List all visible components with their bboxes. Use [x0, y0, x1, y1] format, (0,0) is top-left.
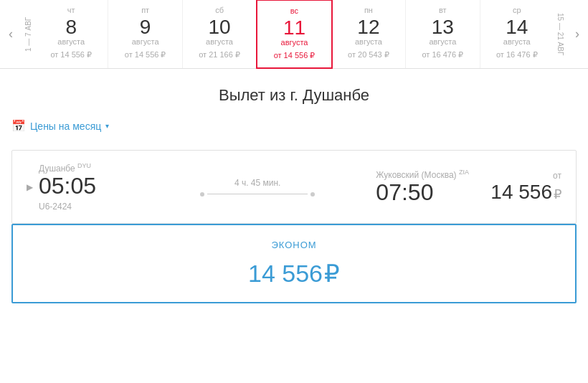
- ticket-price-value: 14 556: [248, 260, 323, 288]
- day-price-4: от 20 543 ₽: [348, 50, 389, 60]
- day-month-2: августа: [206, 37, 233, 46]
- prev-week-button[interactable]: ‹: [0, 0, 22, 68]
- price-month-button[interactable]: 📅 Цены на месяц ▾: [11, 116, 109, 136]
- day-month-0: августа: [57, 37, 85, 46]
- dropdown-icon: ▾: [105, 122, 109, 130]
- day-num-6: 14: [506, 17, 528, 37]
- day-cell-2[interactable]: сб 10 августа от 21 166 ₽: [183, 0, 257, 68]
- flight-price: от 14 556 ₽: [490, 171, 561, 204]
- depart-code: DYU: [77, 162, 91, 169]
- day-cell-5[interactable]: вт 13 августа от 16 476 ₽: [406, 0, 480, 68]
- duration-dot-left: [200, 192, 204, 197]
- price-from-label: от: [553, 171, 561, 181]
- day-month-4: августа: [355, 37, 382, 46]
- main-content: Вылет из г. Душанбе 📅 Цены на месяц ▾ ▶ …: [0, 69, 588, 303]
- flight-direction-icon: ▶: [27, 182, 33, 192]
- day-dow-1: пт: [141, 6, 149, 14]
- days-container: чт 8 августа от 14 556 ₽ пт 9 августа от…: [34, 0, 554, 68]
- day-num-3: 11: [283, 18, 305, 38]
- day-dow-0: чт: [67, 6, 75, 14]
- day-price-5: от 16 476 ₽: [422, 50, 463, 60]
- day-num-0: 8: [65, 17, 77, 37]
- day-month-3: августа: [281, 38, 308, 47]
- day-month-1: августа: [132, 37, 159, 46]
- duration-line-bar: [207, 194, 308, 194]
- ticket-currency: ₽: [324, 259, 340, 288]
- day-price-6: от 16 476 ₽: [496, 50, 538, 60]
- day-num-2: 10: [208, 17, 230, 37]
- price-month-label: Цены на месяц: [30, 120, 101, 132]
- flight-depart: Душанбе DYU 05:05 U6-2424: [39, 162, 139, 212]
- page-title: Вылет из г. Душанбе: [11, 86, 577, 105]
- flight-duration: 4 ч. 45 мин.: [139, 178, 376, 197]
- arrive-code: ZIA: [459, 169, 469, 176]
- day-price-1: от 14 556 ₽: [125, 50, 166, 60]
- duration-line: [200, 192, 315, 197]
- day-dow-6: ср: [513, 6, 521, 14]
- day-dow-2: сб: [215, 6, 224, 14]
- day-price-2: от 21 166 ₽: [199, 50, 240, 60]
- day-cell-6[interactable]: ср 14 августа от 16 476 ₽: [480, 0, 554, 68]
- day-cell-3[interactable]: вс 11 августа от 14 556 ₽: [256, 0, 332, 69]
- arrive-time: 07:50: [376, 180, 490, 205]
- day-month-5: августа: [429, 37, 456, 46]
- day-num-4: 12: [357, 17, 379, 37]
- flight-currency: ₽: [554, 186, 561, 202]
- day-cell-0[interactable]: чт 8 августа от 14 556 ₽: [34, 0, 108, 68]
- flight-row: ▶ Душанбе DYU 05:05 U6-2424 4 ч. 45 мин.: [27, 162, 561, 212]
- day-price-0: от 14 556 ₽: [50, 50, 92, 60]
- next-week-button[interactable]: ›: [566, 0, 588, 68]
- day-num-1: 9: [140, 17, 151, 37]
- day-num-5: 13: [432, 17, 454, 37]
- calendar-icon: 📅: [11, 119, 26, 133]
- calendar-strip: ‹ 1 — 7 АВГ чт 8 августа от 14 556 ₽ пт …: [0, 0, 588, 69]
- day-dow-3: вс: [290, 6, 298, 15]
- flight-number: U6-2424: [39, 202, 139, 212]
- day-month-6: августа: [503, 37, 531, 46]
- flight-arrive: Жуковский (Москва) ZIA 07:50: [376, 169, 490, 205]
- depart-city-label: Душанбе DYU: [39, 162, 139, 174]
- depart-time: 05:05: [39, 174, 139, 199]
- day-dow-4: пн: [364, 6, 373, 14]
- week-label-right: 15 — 21 АВГ: [554, 0, 566, 68]
- arrive-city-label: Жуковский (Москва) ZIA: [376, 169, 490, 180]
- week-label-left: 1 — 7 АВГ: [22, 0, 34, 68]
- ticket-panel: ЭКОНОМ 14 556 ₽: [11, 224, 577, 303]
- duration-text: 4 ч. 45 мин.: [234, 178, 281, 188]
- flight-price-value: 14 556: [490, 181, 552, 204]
- ticket-class-label: ЭКОНОМ: [27, 240, 561, 250]
- flight-card: ▶ Душанбе DYU 05:05 U6-2424 4 ч. 45 мин.: [11, 150, 577, 224]
- day-cell-4[interactable]: пн 12 августа от 20 543 ₽: [332, 0, 406, 68]
- duration-dot-right: [310, 192, 315, 197]
- day-price-3: от 14 556 ₽: [274, 51, 316, 60]
- day-dow-5: вт: [439, 6, 447, 14]
- day-cell-1[interactable]: пт 9 августа от 14 556 ₽: [108, 0, 182, 68]
